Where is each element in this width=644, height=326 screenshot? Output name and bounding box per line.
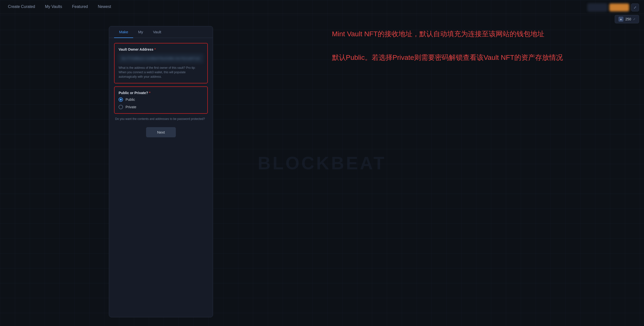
- tab-vault[interactable]: Vault: [148, 26, 166, 38]
- vault-owner-hint: What is the address of the first owner o…: [118, 66, 203, 79]
- expand-button[interactable]: ⤢: [631, 4, 639, 12]
- wallet-button-2[interactable]: [609, 4, 629, 12]
- annotation-panel: Mint Vault NFT的接收地址，默认自动填充为连接至该网站的钱包地址 默…: [322, 21, 644, 317]
- radio-private[interactable]: Private: [118, 105, 203, 109]
- annotation-2: 默认Public。若选择Private则需要密码解锁查看该Vault NFT的资…: [332, 52, 629, 63]
- tab-make[interactable]: Make: [114, 26, 133, 38]
- balance-icon: ◈: [618, 17, 624, 22]
- annotation-1: Mint Vault NFT的接收地址，默认自动填充为连接至该网站的钱包地址: [332, 29, 629, 40]
- form-panel: Make My Vault Vault Owner Address* What …: [109, 26, 213, 317]
- radio-public-circle: [118, 97, 123, 102]
- visibility-hint: Do you want the contents and addresses t…: [114, 117, 208, 121]
- nav-featured[interactable]: Featured: [72, 4, 88, 10]
- radio-private-circle: [118, 105, 123, 109]
- radio-public-label: Public: [126, 98, 135, 102]
- visibility-field-group: Public or Private?* Public Private: [114, 86, 208, 114]
- main-content: Make My Vault Vault Owner Address* What …: [0, 14, 644, 325]
- form-panel-wrapper: Make My Vault Vault Owner Address* What …: [0, 21, 322, 317]
- top-navigation: Create Curated My Vaults Featured Newest: [0, 0, 644, 14]
- radio-group: Public Private: [118, 97, 203, 109]
- visibility-label: Public or Private?*: [118, 91, 203, 95]
- balance-display[interactable]: ◈ 250 ⤢: [615, 15, 639, 23]
- top-right-area: ⤢: [588, 4, 639, 12]
- nav-my-vaults[interactable]: My Vaults: [45, 4, 62, 10]
- vault-owner-field-group: Vault Owner Address* What is the address…: [114, 43, 208, 83]
- tab-my[interactable]: My: [133, 26, 148, 38]
- form-body: Vault Owner Address* What is the address…: [109, 38, 213, 145]
- visibility-required: *: [149, 91, 150, 95]
- external-link-icon: ⤢: [633, 18, 635, 21]
- vault-owner-required: *: [154, 47, 156, 51]
- balance-value: 250: [626, 17, 631, 21]
- next-button[interactable]: Next: [146, 127, 176, 137]
- wallet-button-1[interactable]: [588, 4, 607, 12]
- vault-owner-label: Vault Owner Address*: [118, 47, 203, 51]
- vault-owner-input[interactable]: [118, 54, 203, 63]
- next-button-wrapper: Next: [114, 127, 208, 137]
- radio-private-label: Private: [126, 105, 136, 109]
- nav-create-curated[interactable]: Create Curated: [8, 4, 35, 10]
- tab-bar: Make My Vault: [109, 26, 213, 38]
- radio-public[interactable]: Public: [118, 97, 203, 102]
- nav-newest[interactable]: Newest: [98, 4, 111, 10]
